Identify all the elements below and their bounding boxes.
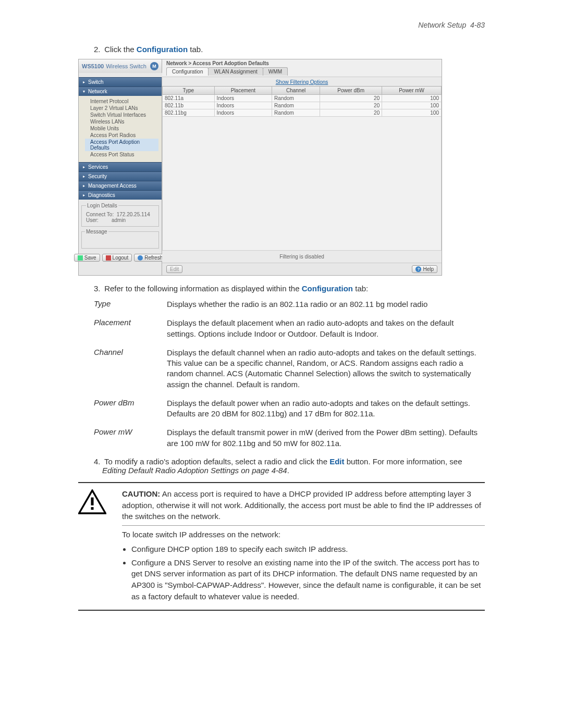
nav-sec-services[interactable]: ▸Services bbox=[79, 162, 162, 171]
message-box: Message bbox=[81, 229, 159, 249]
caution-bullet: Configure a DNS Server to resolve an exi… bbox=[131, 557, 485, 602]
def-term: Placement bbox=[94, 318, 162, 327]
def-desc: Displays the default channel when an rad… bbox=[167, 348, 485, 390]
caution-locate: To locate switch IP addresses on the net… bbox=[122, 529, 485, 540]
def-term: Power dBm bbox=[94, 398, 162, 407]
def-desc: Displays the default placement when an r… bbox=[167, 318, 485, 339]
nav-sec-security[interactable]: ▸Security bbox=[79, 171, 162, 181]
show-filtering-options-link[interactable]: Show Filtering Options bbox=[162, 77, 442, 86]
main-content: Show Filtering Options Type Placement Ch… bbox=[162, 77, 442, 275]
nav-sec-network[interactable]: ▾Network bbox=[79, 87, 162, 96]
logout-button[interactable]: Logout bbox=[102, 254, 132, 262]
app-screenshot: WS5100 Wireless Switch M Network > Acces… bbox=[78, 59, 442, 276]
nav-panel: ▸Switch ▾Network Internet Protocol Layer… bbox=[79, 77, 162, 275]
step-2: 2. Click the Configuration tab. bbox=[94, 45, 485, 54]
caution-icon bbox=[78, 489, 106, 514]
breadcrumb: Network > Access Port Adoption Defaults bbox=[166, 60, 437, 66]
help-button[interactable]: ?Help bbox=[412, 265, 437, 273]
def-term: Channel bbox=[94, 348, 162, 356]
def-desc: Displays the default power when an radio… bbox=[167, 398, 485, 419]
tab-wmm[interactable]: WMM bbox=[263, 67, 288, 76]
login-legend: Login Details bbox=[86, 203, 118, 208]
tab-wlan-assignment[interactable]: WLAN Assignment bbox=[208, 67, 263, 76]
caution-text: An access port is required to have a DHC… bbox=[122, 489, 481, 521]
table-row[interactable]: 802.11bIndoorsRandom20100 bbox=[163, 102, 442, 109]
table-row[interactable]: 802.11aIndoorsRandom20100 bbox=[163, 95, 442, 102]
def-desc: Displays whether the radio is an 802.11a… bbox=[167, 299, 485, 310]
brand-sub: Wireless Switch bbox=[106, 63, 146, 69]
header-page: 4-83 bbox=[470, 21, 485, 29]
keyword-configuration: Configuration bbox=[137, 45, 188, 54]
chevron-right-icon: ▸ bbox=[83, 165, 85, 169]
filter-status: Filtering is disabled bbox=[162, 251, 442, 263]
brand-logo-icon: M bbox=[150, 62, 158, 70]
login-user: admin bbox=[112, 217, 126, 223]
col-channel[interactable]: Channel bbox=[272, 87, 320, 95]
chevron-down-icon: ▾ bbox=[83, 89, 85, 94]
caution-callout: CAUTION: An access port is required to h… bbox=[78, 482, 485, 611]
save-button[interactable]: Save bbox=[74, 254, 100, 262]
tree-internet-protocol[interactable]: Internet Protocol bbox=[85, 98, 158, 105]
tree-wlans[interactable]: Wireless LANs bbox=[85, 118, 158, 125]
def-term: Power mW bbox=[94, 427, 162, 436]
tree-l2-vlans[interactable]: Layer 2 Virtual LANs bbox=[85, 105, 158, 112]
tree-ap-status[interactable]: Access Port Status bbox=[85, 151, 158, 158]
tree-svi[interactable]: Switch Virtual Interfaces bbox=[85, 112, 158, 118]
col-power-mw[interactable]: Power mW bbox=[382, 87, 442, 95]
brand-bar: WS5100 Wireless Switch M bbox=[79, 59, 162, 73]
refresh-button[interactable]: Refresh bbox=[134, 254, 166, 262]
definitions-list: TypeDisplays whether the radio is an 802… bbox=[94, 299, 485, 449]
svg-rect-1 bbox=[91, 497, 93, 505]
table-row[interactable]: 802.11bgIndoorsRandom20100 bbox=[163, 109, 442, 117]
nav-sec-diag[interactable]: ▸Diagnostics bbox=[79, 190, 162, 200]
nav-sec-mgmt[interactable]: ▸Management Access bbox=[79, 181, 162, 190]
edit-button[interactable]: Edit bbox=[166, 265, 182, 273]
caution-bullet: Configure DHCP option 189 to specify eac… bbox=[131, 544, 485, 555]
nav-sec-switch[interactable]: ▸Switch bbox=[79, 77, 162, 87]
col-placement[interactable]: Placement bbox=[214, 87, 272, 95]
step-3: 3. Refer to the following information as… bbox=[94, 284, 485, 293]
tab-strip: Configuration WLAN Assignment WMM bbox=[166, 67, 437, 76]
tree-ap-adoption-defaults[interactable]: Access Port Adoption Defaults bbox=[85, 139, 158, 151]
def-desc: Displays the default transmit power in m… bbox=[167, 427, 485, 449]
login-details: Login Details Connect To: 172.20.25.114 … bbox=[81, 203, 159, 227]
logout-icon bbox=[106, 255, 111, 261]
caution-label: CAUTION: bbox=[122, 489, 160, 498]
login-host: 172.20.25.114 bbox=[117, 212, 150, 217]
tree-mobile-units[interactable]: Mobile Units bbox=[85, 125, 158, 132]
message-legend: Message bbox=[85, 229, 108, 235]
chevron-right-icon: ▸ bbox=[83, 193, 85, 198]
refresh-icon bbox=[138, 255, 143, 261]
brand-name: WS5100 bbox=[82, 63, 104, 69]
keyword-edit: Edit bbox=[329, 457, 344, 466]
col-power-dbm[interactable]: Power dBm bbox=[320, 87, 382, 95]
tab-configuration[interactable]: Configuration bbox=[166, 67, 209, 76]
defaults-table: Type Placement Channel Power dBm Power m… bbox=[162, 86, 442, 117]
svg-rect-2 bbox=[91, 507, 93, 510]
chevron-right-icon: ▸ bbox=[83, 80, 85, 84]
step-4: 4. To modify a radio's adoption defaults… bbox=[94, 457, 485, 475]
col-type[interactable]: Type bbox=[163, 87, 215, 95]
chevron-right-icon: ▸ bbox=[83, 183, 85, 188]
chevron-right-icon: ▸ bbox=[83, 174, 85, 179]
help-icon: ? bbox=[415, 266, 421, 272]
save-icon bbox=[78, 255, 83, 261]
header-section: Network Setup bbox=[418, 21, 466, 29]
keyword-configuration: Configuration bbox=[302, 284, 353, 293]
def-term: Type bbox=[94, 299, 162, 308]
page-header: Network Setup 4-83 bbox=[78, 21, 485, 29]
nav-tree: Internet Protocol Layer 2 Virtual LANs S… bbox=[79, 96, 162, 162]
tree-ap-radios[interactable]: Access Port Radios bbox=[85, 132, 158, 139]
step-4-ref: Editing Default Radio Adoption Settings … bbox=[102, 466, 287, 475]
